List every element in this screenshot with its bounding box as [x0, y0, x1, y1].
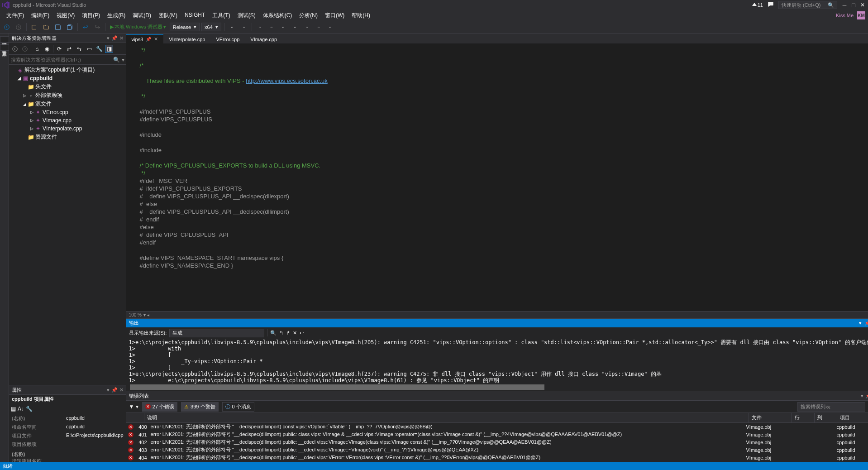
menu-item[interactable]: 工具(T)	[209, 10, 234, 21]
toolbar-btn-4[interactable]: ▫	[267, 22, 277, 32]
sol-fwd-icon[interactable]	[21, 45, 29, 53]
error-row[interactable]: ✕403error LNK2001: 无法解析的外部符号 "__declspec…	[126, 446, 868, 454]
close-button[interactable]: ✕	[860, 2, 865, 8]
menu-item[interactable]: 团队(M)	[155, 10, 181, 21]
menu-item[interactable]: 项目(P)	[78, 10, 104, 21]
menu-item[interactable]: 生成(B)	[104, 10, 129, 21]
toolbar-btn-6[interactable]: ▫	[290, 22, 300, 32]
feedback-icon[interactable]	[768, 1, 774, 9]
props-wrench-icon[interactable]: 🔧	[26, 406, 33, 412]
open-button[interactable]	[41, 22, 51, 32]
panel-pin-icon[interactable]: 📌	[111, 35, 118, 41]
error-row[interactable]: ✕402error LNK2001: 无法解析的外部符号 "__declspec…	[126, 438, 868, 446]
panel-close-icon[interactable]: ✕	[119, 35, 124, 41]
panel-dropdown-icon[interactable]: ▾	[859, 320, 862, 326]
output-goto-icon[interactable]: 🔍	[270, 330, 277, 336]
output-wrap-icon[interactable]: ↩	[300, 330, 304, 336]
toolbar-btn-3[interactable]: ▫	[255, 22, 265, 32]
sol-scope-icon[interactable]: ◉	[43, 45, 51, 53]
menu-item[interactable]: 测试(S)	[234, 10, 259, 21]
solution-node[interactable]: ◈解决方案"cppbuild"(1 个项目)	[9, 66, 126, 74]
output-clear-icon[interactable]: ✕	[293, 330, 297, 336]
nav-fwd-button[interactable]	[14, 22, 24, 32]
folder-external-deps[interactable]: ▷▫外部依赖项	[9, 91, 126, 100]
new-project-button[interactable]	[29, 22, 39, 32]
property-row[interactable]: (名称)cppbuild	[9, 414, 126, 423]
notification-count[interactable]: 11	[752, 2, 763, 8]
panel-close-icon[interactable]: ✕	[119, 387, 124, 393]
panel-pin-icon[interactable]: 📌	[864, 320, 868, 326]
output-next-icon[interactable]: ↱	[286, 330, 290, 336]
menu-item[interactable]: 视图(V)	[53, 10, 78, 21]
source-file-node[interactable]: ▷✦VInterpolate.cpp	[9, 125, 126, 133]
document-tab[interactable]: VInterpolate.cpp	[163, 35, 210, 43]
folder-headers[interactable]: 📁头文件	[9, 82, 126, 91]
toolbar-btn-2[interactable]: ▫	[239, 22, 249, 32]
menu-item[interactable]: 体系结构(C)	[259, 10, 296, 21]
panel-dropdown-icon[interactable]: ▾	[107, 35, 110, 41]
toolbox-tab[interactable]: 工具箱	[0, 44, 9, 51]
toolbar-btn-1[interactable]: ▫	[227, 22, 237, 32]
sol-home-icon[interactable]: ⌂	[33, 45, 41, 53]
panel-dropdown-icon[interactable]: ▾	[861, 393, 863, 399]
maximize-button[interactable]: ◻	[851, 2, 856, 8]
quick-launch-input[interactable]: 快速启动 (Ctrl+Q) 🔍	[778, 1, 837, 9]
folder-resources[interactable]: 📁资源文件	[9, 133, 126, 141]
minimize-button[interactable]: ─	[842, 2, 847, 8]
menu-item[interactable]: 帮助(H)	[348, 10, 374, 21]
nav-back-button[interactable]	[2, 22, 12, 32]
sol-refresh-icon[interactable]: ⟳	[55, 45, 63, 53]
user-name[interactable]: Kiss Me	[836, 13, 854, 18]
server-explorer-tab[interactable]: 服务器资源管理器	[0, 36, 9, 43]
folder-sources[interactable]: ◢📁源文件	[9, 100, 126, 108]
errors-chip[interactable]: ✕27 个错误	[142, 402, 177, 412]
error-search-input[interactable]: 搜索错误列表	[797, 402, 865, 412]
property-row[interactable]: 项目文件E:\c\Projects\cppbuild\cpp	[9, 432, 126, 440]
document-tab[interactable]: VError.cpp	[210, 35, 245, 43]
sol-properties-icon[interactable]: 🔧	[95, 45, 103, 53]
toolbar-btn-7[interactable]: ▫	[302, 22, 312, 32]
props-categorize-icon[interactable]: ▤	[11, 406, 16, 412]
menu-item[interactable]: 窗口(W)	[321, 10, 348, 21]
save-all-button[interactable]	[65, 22, 75, 32]
sol-back-icon[interactable]	[11, 45, 19, 53]
warnings-chip[interactable]: ⚠399 个警告	[181, 402, 218, 412]
code-editor[interactable]: */ /* These files are distributed with V…	[126, 43, 868, 311]
sol-collapse-icon[interactable]: ⇄	[65, 45, 73, 53]
panel-pin-icon[interactable]: 📌	[865, 393, 868, 399]
menu-item[interactable]: NSIGHT	[181, 10, 209, 21]
solution-search-input[interactable]	[11, 57, 113, 62]
output-source-combo[interactable]: 生成	[169, 329, 264, 337]
menu-item[interactable]: 分析(N)	[296, 10, 321, 21]
error-row[interactable]: ✕401error LNK2001: 无法解析的外部符号 "__declspec…	[126, 431, 868, 438]
start-debug-button[interactable]: ▶ 本地 Windows 调试器 ▾	[108, 23, 168, 31]
save-button[interactable]	[53, 22, 63, 32]
sol-preview-icon[interactable]: ◨	[105, 45, 113, 53]
panel-dropdown-icon[interactable]: ▾	[107, 387, 110, 393]
filter-icon[interactable]: ▼ ▾	[129, 403, 138, 410]
messages-chip[interactable]: ⓘ0 个消息	[222, 402, 254, 412]
error-row[interactable]: ✕404error LNK2001: 无法解析的外部符号 "__declspec…	[126, 454, 868, 461]
solution-search[interactable]: 🔍 ▾	[9, 55, 126, 65]
config-combo[interactable]: Release ▾	[170, 23, 200, 31]
source-file-node[interactable]: ▷✦VImage.cpp	[9, 116, 126, 125]
close-icon[interactable]: ✕	[154, 36, 158, 42]
project-node[interactable]: ◢▣cppbuild	[9, 74, 126, 82]
document-tab[interactable]: vips8📌✕	[126, 34, 164, 43]
toolbar-btn-5[interactable]: ▫	[278, 22, 288, 32]
menu-item[interactable]: 编辑(E)	[28, 10, 53, 21]
platform-combo[interactable]: x64 ▾	[201, 23, 221, 31]
sol-showall-icon[interactable]: ▭	[85, 45, 93, 53]
property-row[interactable]: 根命名空间cppbuild	[9, 423, 126, 432]
toolbar-btn-9[interactable]: ▫	[325, 22, 335, 32]
user-badge[interactable]: KM	[857, 11, 865, 19]
source-file-node[interactable]: ▷✦VError.cpp	[9, 108, 126, 116]
undo-button[interactable]	[81, 22, 91, 32]
sol-sync-icon[interactable]: ⇆	[75, 45, 83, 53]
output-prev-icon[interactable]: ↰	[279, 330, 283, 336]
output-hscrollbar[interactable]	[126, 384, 868, 391]
panel-pin-icon[interactable]: 📌	[111, 387, 118, 393]
redo-button[interactable]	[92, 22, 102, 32]
pin-icon[interactable]: 📌	[146, 37, 151, 42]
menu-item[interactable]: 调试(D)	[129, 10, 155, 21]
